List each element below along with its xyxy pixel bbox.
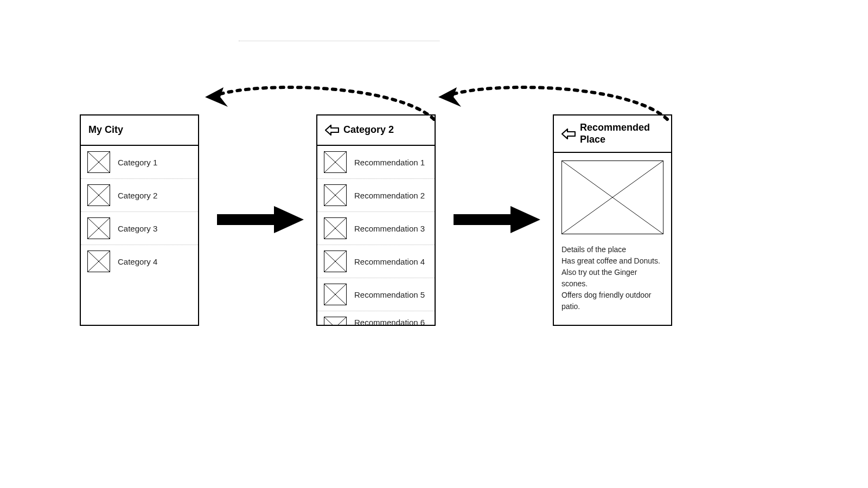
recommendation-row[interactable]: Recommendation 4 xyxy=(317,245,435,278)
category-label: Category 1 xyxy=(118,158,157,167)
back-arrow-icon[interactable] xyxy=(561,128,576,140)
detail-body: Details of the place Has great coffee an… xyxy=(554,153,671,320)
screen-detail: Recommended Place Details of the place H… xyxy=(553,114,672,326)
recommendation-row[interactable]: Recommendation 5 xyxy=(317,278,435,311)
recommendation-label: Recommendation 4 xyxy=(354,257,425,266)
image-placeholder-icon xyxy=(324,184,347,206)
screen-home: My City Category 1 Category 2 Category 3… xyxy=(80,114,199,326)
decorative-dotted-line xyxy=(239,41,439,41)
image-placeholder-icon xyxy=(324,217,347,239)
category-row[interactable]: Category 4 xyxy=(81,245,198,278)
image-placeholder-icon xyxy=(324,284,347,305)
category-row[interactable]: Category 1 xyxy=(81,146,198,179)
forward-arrow-icon xyxy=(448,203,546,236)
screen-category: Category 2 Recommendation 1 Recommendati… xyxy=(316,114,436,326)
recommendation-label: Recommendation 1 xyxy=(354,158,425,167)
screen-title: My City xyxy=(88,124,123,136)
category-list: Category 1 Category 2 Category 3 Categor… xyxy=(81,146,198,278)
category-label: Category 3 xyxy=(118,224,157,233)
image-placeholder-icon xyxy=(87,251,110,272)
back-navigation-arrow-icon xyxy=(434,84,673,127)
image-placeholder-icon xyxy=(87,217,110,239)
category-row[interactable]: Category 3 xyxy=(81,212,198,245)
titlebar-home: My City xyxy=(81,115,198,146)
recommendation-row[interactable]: Recommendation 3 xyxy=(317,212,435,245)
image-placeholder-icon xyxy=(561,160,663,234)
image-placeholder-icon xyxy=(87,184,110,206)
recommendation-label: Recommendation 5 xyxy=(354,290,425,299)
recommendation-label: Recommendation 3 xyxy=(354,224,425,233)
svg-rect-27 xyxy=(324,317,347,325)
category-row[interactable]: Category 2 xyxy=(81,179,198,212)
recommendation-label: Recommendation 6 xyxy=(354,318,425,325)
recommendation-list: Recommendation 1 Recommendation 2 Recomm… xyxy=(317,146,435,325)
detail-description: Details of the place Has great coffee an… xyxy=(561,244,663,312)
image-placeholder-icon xyxy=(87,151,110,173)
recommendation-row[interactable]: Recommendation 6 xyxy=(317,311,435,325)
forward-arrow-icon xyxy=(212,203,309,236)
back-navigation-arrow-icon xyxy=(201,84,439,127)
recommendation-row[interactable]: Recommendation 2 xyxy=(317,179,435,212)
image-placeholder-icon xyxy=(324,317,347,325)
image-placeholder-icon xyxy=(324,251,347,272)
image-placeholder-icon xyxy=(324,151,347,173)
category-label: Category 2 xyxy=(118,191,157,200)
recommendation-row[interactable]: Recommendation 1 xyxy=(317,146,435,179)
category-label: Category 4 xyxy=(118,257,157,266)
recommendation-label: Recommendation 2 xyxy=(354,191,425,200)
